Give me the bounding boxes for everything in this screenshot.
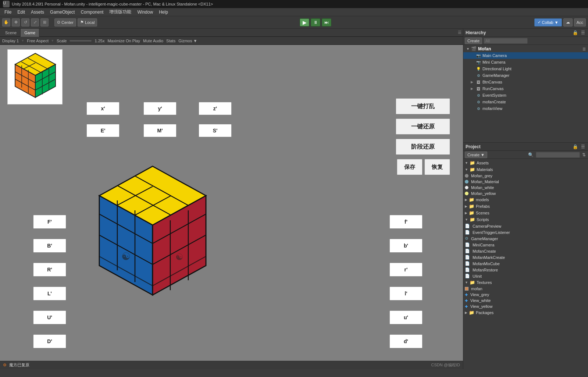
btn-l-lower[interactable]: l' xyxy=(389,287,423,300)
btn-shuffle[interactable]: 一键打乱 xyxy=(396,98,450,114)
hierarchy-item-runcanvas[interactable]: ▶ 🖼 RunCanvas xyxy=(463,85,588,92)
btn-stage-restore[interactable]: 阶段还原 xyxy=(396,139,450,155)
project-script-mofancreate[interactable]: 📄 MofanCreate xyxy=(463,248,588,254)
rect-tool[interactable]: ⊞ xyxy=(40,18,49,26)
hierarchy-search[interactable] xyxy=(484,38,528,44)
display-selector[interactable]: Display 1 xyxy=(2,39,19,43)
hierarchy-item-eventsystem[interactable]: ⚙ EventSystem xyxy=(463,92,588,99)
project-texture-mofan[interactable]: mofan xyxy=(463,286,588,292)
hand-tool[interactable]: ✋ xyxy=(2,18,10,26)
project-script-mofanmixcube[interactable]: 📄 MofanMixCube xyxy=(463,260,588,267)
project-sort-icon[interactable]: ⇅ xyxy=(581,152,587,157)
pivot-toggle[interactable]: ⊙ Center xyxy=(54,18,76,26)
project-models-folder[interactable]: ▶ 📁 models xyxy=(463,196,588,203)
project-assets-root[interactable]: ▼ 📁 Assets xyxy=(463,160,588,166)
project-packages-root[interactable]: ▶ 📁 Packages xyxy=(463,309,588,316)
scale-tool[interactable]: ⤢ xyxy=(31,18,39,26)
btn-rprime[interactable]: R' xyxy=(33,263,66,277)
btn-restore[interactable]: 一键还原 xyxy=(396,118,450,135)
project-materials-folder[interactable]: ▼ 📁 Materials xyxy=(463,166,588,173)
project-script-mofanrestore[interactable]: 📄 MofanRestore xyxy=(463,267,588,273)
btn-mprime[interactable]: M' xyxy=(143,124,177,137)
btn-d-lower[interactable]: d' xyxy=(389,334,423,348)
project-search[interactable] xyxy=(536,152,580,158)
project-script-mofanmarkcreate[interactable]: 📄 MofanMarkCreate xyxy=(463,254,588,260)
project-script-minicamera[interactable]: 📄 MiniCamera xyxy=(463,242,588,248)
menu-assets[interactable]: Assets xyxy=(28,9,47,15)
cloud-button[interactable]: ☁ xyxy=(563,18,573,26)
project-script-gamemanager[interactable]: ⚙ GameManager xyxy=(463,235,588,242)
hierarchy-item-minicamera[interactable]: 📷 Mini Camera xyxy=(463,59,588,65)
scale-slider[interactable] xyxy=(70,40,92,42)
menu-component[interactable]: Component xyxy=(78,9,106,15)
aspect-selector[interactable]: Free Aspect xyxy=(27,39,49,43)
menu-edit[interactable]: Edit xyxy=(14,9,28,15)
btn-zprime[interactable]: z' xyxy=(199,102,232,115)
project-mofan-grey[interactable]: Mofan_grey xyxy=(463,173,588,179)
project-script-eventtrigger[interactable]: 📄 EventTriggerListener xyxy=(463,229,588,235)
panel-menu[interactable]: ☰ xyxy=(456,30,463,35)
project-prefabs-folder[interactable]: ▶ 📁 Prefabs xyxy=(463,203,588,210)
hierarchy-item-dirlight[interactable]: 💡 Directional Light xyxy=(463,65,588,72)
gizmos-dropdown[interactable]: Gizmos ▼ xyxy=(178,39,197,43)
project-script-uiinit[interactable]: 📄 UIinit xyxy=(463,273,588,279)
menu-help[interactable]: Help xyxy=(156,9,171,15)
canvas-icon-run: 🖼 xyxy=(476,86,481,91)
project-script-camerapreview[interactable]: 📄 CameraPreview xyxy=(463,223,588,229)
btn-uprime[interactable]: U' xyxy=(33,310,66,324)
rotate-tool[interactable]: ↺ xyxy=(21,18,29,26)
menu-window[interactable]: Window xyxy=(134,9,156,15)
menu-gameobject[interactable]: GameObject xyxy=(47,9,78,15)
hierarchy-menu[interactable]: ☰ xyxy=(580,30,586,35)
btn-sprime[interactable]: S' xyxy=(199,124,232,137)
play-button[interactable]: ▶ xyxy=(300,18,309,26)
hierarchy-item-mofancreate[interactable]: ⚙ mofanCreate xyxy=(463,99,588,105)
btn-bprime[interactable]: B' xyxy=(33,239,66,253)
btn-r-lower[interactable]: r' xyxy=(389,263,423,277)
hierarchy-item-maincamera[interactable]: 📷 Main Camera xyxy=(463,52,588,59)
tab-scene[interactable]: Scene xyxy=(1,29,21,37)
btn-f-lower[interactable]: f' xyxy=(389,215,423,229)
project-texture-viewgrey[interactable]: ✚ View_grey xyxy=(463,292,588,298)
stats-toggle[interactable]: Stats xyxy=(166,39,175,43)
mute-toggle[interactable]: Mute Audio xyxy=(143,39,163,43)
project-texture-viewwhite[interactable]: ✚ View_white xyxy=(463,298,588,303)
account-button[interactable]: Acc xyxy=(574,18,586,26)
hierarchy-item-gamemanager[interactable]: ⚙ GameManager xyxy=(463,72,588,79)
pause-button[interactable]: ⏸ xyxy=(311,18,320,26)
btn-dprime[interactable]: D' xyxy=(33,334,66,348)
menu-file[interactable]: File xyxy=(1,9,14,15)
btn-lprime[interactable]: L' xyxy=(33,287,66,300)
btn-save[interactable]: 保存 xyxy=(397,159,423,175)
project-mofan-material[interactable]: Mofan_Material xyxy=(463,179,588,185)
btn-yprime[interactable]: y' xyxy=(143,102,177,115)
btn-b-lower[interactable]: b' xyxy=(389,239,423,253)
hierarchy-root-mofan[interactable]: ▼ 🎬 Mofan ☰ xyxy=(463,46,588,52)
project-scripts-folder[interactable]: ▼ 📁 Scripts xyxy=(463,216,588,223)
move-tool[interactable]: ✥ xyxy=(12,18,20,26)
menu-enhance[interactable]: 增强版功能 xyxy=(106,8,134,16)
project-lock[interactable]: 🔒 xyxy=(572,144,579,149)
hierarchy-create-btn[interactable]: Create xyxy=(465,38,482,44)
project-textures-folder[interactable]: ▼ 📁 Textures xyxy=(463,279,588,286)
btn-xprime[interactable]: x' xyxy=(86,102,120,115)
project-menu[interactable]: ☰ xyxy=(580,144,586,149)
project-create-btn[interactable]: Create ▼ xyxy=(465,152,487,158)
btn-u-lower[interactable]: u' xyxy=(389,310,423,324)
hierarchy-mofan-menu[interactable]: ☰ xyxy=(582,47,587,51)
project-texture-viewyellow[interactable]: ✚ View_yellow xyxy=(463,303,588,309)
space-toggle[interactable]: ⚑ Local xyxy=(78,18,97,26)
btn-fprime[interactable]: F' xyxy=(33,215,66,229)
hierarchy-item-mofanview[interactable]: ⚙ mofanView xyxy=(463,105,588,112)
project-scenes-folder[interactable]: ▶ 📁 Scenes xyxy=(463,210,588,216)
tab-game[interactable]: Game xyxy=(21,29,39,37)
collab-button[interactable]: ✓ Collab ▼ xyxy=(534,18,562,26)
btn-eprime[interactable]: E' xyxy=(86,124,120,137)
btn-revert[interactable]: 恢复 xyxy=(424,159,450,175)
project-mofan-white[interactable]: Mofan_white xyxy=(463,185,588,191)
step-button[interactable]: ⏭ xyxy=(322,18,331,26)
hierarchy-item-btncanvas[interactable]: ▶ 🖼 BtnCanvas xyxy=(463,79,588,85)
project-mofan-yellow[interactable]: Mofan_yellow xyxy=(463,191,588,196)
maximize-toggle[interactable]: Maximize On Play xyxy=(107,39,140,43)
hierarchy-lock[interactable]: 🔒 xyxy=(572,30,579,35)
